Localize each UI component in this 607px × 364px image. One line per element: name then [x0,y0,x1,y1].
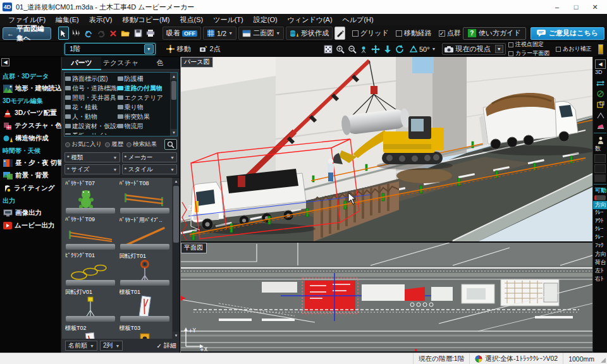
sidebar-item-image-output[interactable]: 画像出力 [1,207,61,219]
category-lighting-fixture[interactable]: 照明・天井器具 [65,93,118,102]
print-button[interactable] [145,27,156,40]
fov-select[interactable]: 50° ▼ [407,43,439,55]
maker-select[interactable]: * メーカー▼ [122,152,178,162]
menu-window[interactable]: ウィンドウ(A) [283,15,337,25]
part-item-signboard-t02[interactable]: 標板T02 [65,324,116,339]
part-item-barricade-t09[interactable]: ﾊﾞﾘｹｰﾄﾞT09 [65,216,116,250]
type-select[interactable]: * 種類▼ [64,152,120,162]
tab-texture[interactable]: テクスチャ [101,57,140,70]
right-panel-item-crane3[interactable]: ｸﾚｰ [593,234,607,242]
floor-select[interactable]: 1階 ▼ [64,43,156,55]
category-vehicles[interactable]: 乗り物 [118,102,170,112]
move-path-checkbox[interactable]: 移動経路 [396,28,432,38]
search-button[interactable] [164,139,177,150]
sidebar-item-foreground-background[interactable]: 前景・背景 [1,169,61,182]
style-select[interactable]: * スタイル▼ [122,164,178,174]
orbit-button[interactable] [359,43,369,55]
part-item-signboard-t01[interactable]: 標板T01 [120,288,170,322]
right-panel-slider[interactable] [594,195,606,200]
category-collision-effect[interactable]: 衝突効果 [118,112,170,121]
sort-select[interactable]: 名前順▼ [65,341,97,351]
minimize-button[interactable]: – [548,1,567,13]
part-item-rotating-light-t01[interactable]: 回転灯T01 [120,252,170,286]
tree-scrollbar[interactable]: ▲ ▼ [170,73,177,136]
zoom-out-button[interactable] [347,43,357,55]
scroll-up-icon[interactable]: ▲ [173,178,180,185]
grid-scale-button[interactable]: 1/2 ▼ [203,27,236,40]
pen-tool-button[interactable] [334,27,345,40]
eraser-icon[interactable] [595,121,606,131]
search-results-filter[interactable]: 検索結果 [126,140,157,149]
favorites-filter[interactable]: お気に入り [65,140,102,149]
menu-move-copy[interactable]: 移動/コピー(M) [118,15,174,25]
right-panel-collapse-button[interactable]: ◀ [595,59,606,69]
disable-icon[interactable] [595,89,606,99]
two-point-button[interactable]: 2点 [196,43,223,55]
menu-viewpoint[interactable]: 視点(S) [175,15,207,25]
menu-help[interactable]: ヘルプ(H) [338,15,378,25]
columns-select[interactable]: 2列▼ [100,341,123,351]
drop-to-ground-button[interactable] [383,43,392,55]
category-signboard[interactable]: 看板・サイン [65,131,118,135]
right-panel-item-crane1[interactable]: ｸﾚｰ [593,209,607,217]
category-logistics[interactable]: 物流用 [118,121,170,131]
redo-button[interactable] [95,27,106,40]
snap-toggle-button[interactable]: 吸着 OFF [162,27,201,40]
scroll-up-icon[interactable]: ▲ [171,73,177,80]
menu-view[interactable]: 表示(V) [85,15,117,25]
right-panel-item-crane2[interactable]: ｸﾚｰ [593,226,607,234]
plan-edit-back-button[interactable]: ← 平面図編集へ [3,27,51,40]
zoom-in-button[interactable] [335,43,345,55]
category-guard-fence[interactable]: 防護柵 [118,74,170,83]
perspective-view[interactable]: パース図 [181,57,592,241]
person-icon[interactable] [595,135,606,145]
tab-color[interactable]: 色 [140,57,180,70]
sidebar-item-3d-parts[interactable]: 3Dパーツ配置 [1,107,61,119]
part-item-barricade-pipe[interactable]: ﾊﾞﾘｹｰﾄﾞ用ﾊﾟｲﾌﾟ.. [120,216,170,250]
undo-button[interactable] [83,27,94,40]
angle-icon[interactable] [595,111,606,120]
part-item-barricade-t07[interactable]: ﾊﾞﾘｹｰﾄﾞT07 [65,180,116,214]
fit-view-button[interactable] [324,43,333,55]
right-panel-item-outrigger[interactable]: ｱｳﾄ [593,217,607,226]
delete-button[interactable] [108,27,119,40]
category-flower-planting[interactable]: 花・植栽 [65,102,118,112]
scroll-down-icon[interactable]: ▼ [173,332,180,339]
right-panel-item-right-door[interactable]: 右ﾄ [593,275,607,283]
category-construction-material[interactable]: 建設資材・仮設材 [65,121,118,131]
fixate-target-checkbox[interactable]: 注視点固定 [508,40,549,49]
tilt-correction-checkbox[interactable]: あおり補正 [556,45,592,53]
grid-scrollbar[interactable]: ▲ ▼ [172,178,180,339]
resize-grip[interactable] [599,353,607,364]
sidebar-item-texture-color[interactable]: テクスチャ・色 [1,119,61,132]
right-panel-item-hook[interactable]: ﾌｯｸ [593,242,607,250]
menu-edit[interactable]: 編集(E) [51,15,83,25]
move-mode-button[interactable]: 移動 [163,43,193,55]
category-signal-roadsign[interactable]: 信号・道路標識(3D) [65,83,118,93]
detail-checkbox[interactable]: ✓ 詳細 [157,341,176,350]
category-road-accessories[interactable]: 道路の付属物 [118,83,170,93]
scroll-down-icon[interactable]: ▼ [171,129,177,136]
right-panel-item-direction[interactable]: 方向 [593,201,607,209]
open-file-button[interactable] [120,27,131,40]
worker[interactable] [328,159,334,181]
sidebar-item-movie-output[interactable]: ムービー出力 [1,219,61,232]
maximize-button[interactable]: □ [567,1,586,13]
right-panel-item-direction2[interactable]: 方向 [593,250,607,258]
sidebar-item-terrain-import[interactable]: 地形・建物読込 [1,82,61,95]
size-select[interactable]: * サイズ▼ [64,164,120,174]
category-exterior[interactable]: エクステリア [118,93,170,102]
history-filter[interactable]: 履歴 [105,140,123,149]
right-panel-item-bed[interactable]: 荷台 [593,258,607,267]
box-edit-icon[interactable] [595,100,606,109]
part-item-pickling-t01[interactable]: ﾋﾟｸﾘﾝｸﾞT01 [65,252,116,286]
sidebar-item-lighting[interactable]: ライティング [1,182,61,195]
part-item-rotating-light-v01[interactable]: 回転灯V01 [65,288,116,322]
rotate-view-button[interactable] [395,43,404,55]
swap-icon[interactable] [595,78,606,88]
multi-select-tool-button[interactable] [71,27,82,40]
right-panel-item-left-door[interactable]: 左ﾄ [593,267,607,275]
point-cloud-checkbox[interactable]: ✓ 点群 [439,28,461,38]
usage-guide-button[interactable]: ? 使い方ガイド [463,27,526,40]
two-pane-view-button[interactable]: 二面図 ▼ [238,27,284,40]
